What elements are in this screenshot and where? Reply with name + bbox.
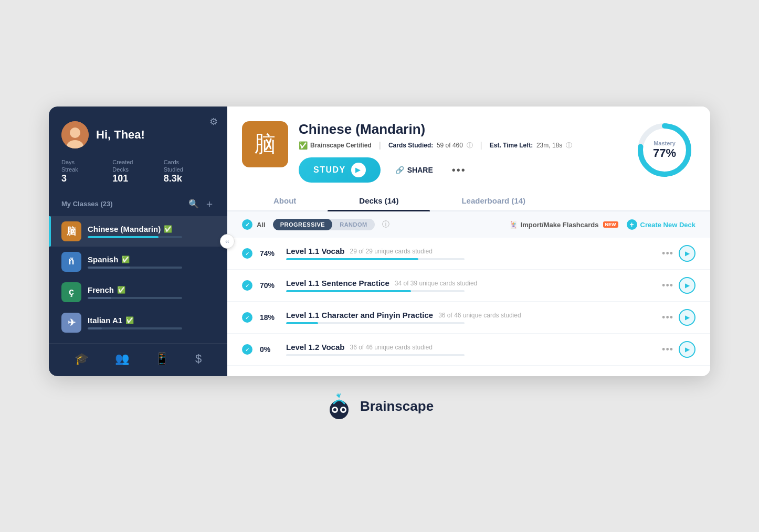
deck-name-deck4: Level 1.2 Vocab xyxy=(286,343,344,352)
deck-info-deck1: Level 1.1 Vocab 29 of 29 unique cards st… xyxy=(286,247,655,260)
course-meta: ✅ Brainscape Certified | Cards Studied: … xyxy=(299,141,693,150)
sidebar-bottom-nav: 🎓 👥 📱 $ xyxy=(49,343,227,366)
home-icon[interactable]: 🎓 xyxy=(75,352,89,366)
tabs-bar: AboutDecks (14)Leaderboard (14) xyxy=(227,191,710,211)
deck-more-button-deck2[interactable]: ••• xyxy=(662,280,673,291)
deck-cards-info-deck1: 29 of 29 unique cards studied xyxy=(350,248,432,255)
filter-buttons: PROGRESSIVE RANDOM xyxy=(273,219,375,230)
gear-icon[interactable]: ⚙ xyxy=(209,116,218,127)
class-name-spanish: Spanish xyxy=(88,255,118,264)
certified-check-icon: ✅ xyxy=(299,141,308,150)
class-name-row-french: French ✅ xyxy=(88,285,215,294)
import-flashcards-button[interactable]: 🃏 Import/Make Flashcards NEW xyxy=(509,221,618,229)
deck-percent-deck2: 70% xyxy=(260,281,279,290)
progressive-filter-button[interactable]: PROGRESSIVE xyxy=(273,219,333,230)
created-decks-value: 101 xyxy=(112,173,163,184)
certified-badge: ✅ Brainscape Certified xyxy=(299,141,372,150)
filter-info-icon[interactable]: ⓘ xyxy=(382,220,389,229)
classes-actions: 🔍 ＋ xyxy=(188,197,215,211)
search-icon[interactable]: 🔍 xyxy=(188,199,199,209)
classes-title: My Classes (23) xyxy=(61,200,113,208)
deck-progress-bar-deck4 xyxy=(286,354,465,356)
dollar-icon[interactable]: $ xyxy=(195,352,202,366)
verified-icon-french: ✅ xyxy=(117,286,125,294)
cards-studied-label: CardsStudied xyxy=(164,159,215,173)
deck-percent-deck1: 74% xyxy=(260,249,279,258)
tab-about[interactable]: About xyxy=(242,191,328,210)
random-filter-button[interactable]: RANDOM xyxy=(332,219,375,230)
class-list: 脑 Chinese (Mandarin) ✅ ñ Spanish ✅ xyxy=(49,216,227,338)
days-streak-stat: DaysStreak 3 xyxy=(61,159,112,184)
mastery-label: Mastery xyxy=(653,140,676,146)
deck-actions-deck2: ••• ▶ xyxy=(662,277,695,294)
all-check[interactable]: ✓ All xyxy=(242,219,266,230)
tab-leaderboard[interactable]: Leaderboard (14) xyxy=(430,191,557,210)
class-info-spanish: Spanish ✅ xyxy=(88,255,215,269)
add-class-icon[interactable]: ＋ xyxy=(204,197,215,211)
deck-name-row-deck4: Level 1.2 Vocab 36 of 46 unique cards st… xyxy=(286,343,655,352)
class-info-italian: Italian A1 ✅ xyxy=(88,316,215,329)
deck-check-deck3[interactable] xyxy=(242,312,252,323)
deck-info-deck3: Level 1.1 Character and Pinyin Practice … xyxy=(286,311,655,324)
import-icon: 🃏 xyxy=(509,221,518,229)
sidebar: ⚙ Hi, Thea! DaysStreak 3 CreatedDecks 10… xyxy=(49,107,227,376)
created-decks-stat: CreatedDecks 101 xyxy=(112,159,163,184)
class-icon-chinese: 脑 xyxy=(61,221,81,241)
deck-name-row-deck1: Level 1.1 Vocab 29 of 29 unique cards st… xyxy=(286,247,655,256)
deck-more-button-deck3[interactable]: ••• xyxy=(662,312,673,323)
deck-play-button-deck4[interactable]: ▶ xyxy=(679,341,695,358)
deck-name-deck1: Level 1.1 Vocab xyxy=(286,247,344,256)
svg-point-9 xyxy=(342,408,345,411)
study-play-icon: ▶ xyxy=(351,163,366,177)
deck-more-button-deck4[interactable]: ••• xyxy=(662,344,673,355)
class-info-french: French ✅ xyxy=(88,285,215,299)
deck-cards-info-deck2: 34 of 39 unique cards studied xyxy=(395,280,477,287)
days-streak-label: DaysStreak xyxy=(61,159,112,173)
progress-fill-french xyxy=(88,297,111,299)
deck-name-row-deck2: Level 1.1 Sentence Practice 34 of 39 uni… xyxy=(286,279,655,288)
sidebar-item-chinese[interactable]: 脑 Chinese (Mandarin) ✅ xyxy=(49,216,227,247)
time-info-icon: ⓘ xyxy=(566,142,572,149)
deck-info-deck2: Level 1.1 Sentence Practice 34 of 39 uni… xyxy=(286,279,655,292)
new-badge: NEW xyxy=(603,221,618,228)
study-button[interactable]: STUDY ▶ xyxy=(299,157,381,183)
days-streak-value: 3 xyxy=(61,173,112,184)
sidebar-item-french[interactable]: ç French ✅ xyxy=(49,277,227,307)
deck-rows: 74% Level 1.1 Vocab 29 of 29 unique card… xyxy=(227,238,710,376)
table-row: 18% Level 1.1 Character and Pinyin Pract… xyxy=(227,302,710,334)
course-actions: STUDY ▶ 🔗 SHARE ••• xyxy=(299,157,693,183)
class-name-row-chinese: Chinese (Mandarin) ✅ xyxy=(88,225,215,233)
cards-studied-meta: Cards Studied: 59 of 460 ⓘ xyxy=(388,141,473,150)
tab-decks[interactable]: Decks (14) xyxy=(328,191,430,210)
deck-name-deck3: Level 1.1 Character and Pinyin Practice xyxy=(286,311,433,320)
deck-toolbar: ✓ All PROGRESSIVE RANDOM ⓘ 🃏 Import/Make… xyxy=(227,211,710,238)
deck-progress-fill-deck3 xyxy=(286,322,318,324)
deck-check-deck1[interactable] xyxy=(242,248,252,259)
deck-more-button-deck1[interactable]: ••• xyxy=(662,248,673,259)
sidebar-item-italian[interactable]: ✈ Italian A1 ✅ xyxy=(49,307,227,338)
groups-icon[interactable]: 👥 xyxy=(115,352,129,366)
deck-percent-deck4: 0% xyxy=(260,345,279,354)
stats-row: DaysStreak 3 CreatedDecks 101 CardsStudi… xyxy=(49,159,227,194)
table-row: 74% Level 1.1 Vocab 29 of 29 unique card… xyxy=(227,238,710,270)
more-options-button[interactable]: ••• xyxy=(448,160,470,180)
greeting-text: Hi, Thea! xyxy=(96,128,145,142)
deck-play-button-deck3[interactable]: ▶ xyxy=(679,309,695,326)
deck-toolbar-left: ✓ All PROGRESSIVE RANDOM ⓘ xyxy=(242,219,389,230)
deck-play-button-deck1[interactable]: ▶ xyxy=(679,245,695,262)
class-name-italian: Italian A1 xyxy=(88,316,122,325)
progress-fill-italian xyxy=(88,327,102,329)
deck-cards-info-deck4: 36 of 46 unique cards studied xyxy=(350,344,432,351)
deck-play-button-deck2[interactable]: ▶ xyxy=(679,277,695,294)
deck-actions-deck1: ••• ▶ xyxy=(662,245,695,262)
sidebar-item-spanish[interactable]: ñ Spanish ✅ xyxy=(49,247,227,277)
create-new-deck-button[interactable]: + Create New Deck xyxy=(627,219,696,230)
sidebar-collapse-button[interactable]: ‹‹ xyxy=(220,234,235,249)
deck-check-deck2[interactable] xyxy=(242,280,252,291)
main-content: 脑 Chinese (Mandarin) ✅ Brainscape Certif… xyxy=(227,107,710,376)
cards-icon[interactable]: 📱 xyxy=(155,352,169,366)
mastery-value: 77% xyxy=(653,146,676,160)
svg-point-1 xyxy=(70,127,80,138)
deck-check-deck4[interactable] xyxy=(242,344,252,355)
share-button[interactable]: 🔗 SHARE xyxy=(387,162,441,178)
